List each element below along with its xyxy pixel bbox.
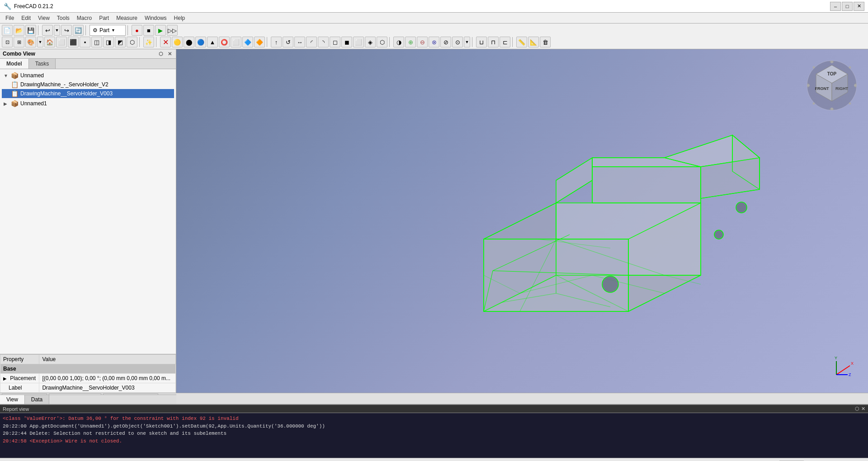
report-view-content[interactable]: <class 'ValueError'>: Datum 36,00 ° for …: [0, 413, 868, 458]
menu-measure[interactable]: Measure: [113, 14, 141, 22]
menu-windows[interactable]: Windows: [141, 14, 170, 22]
union-button[interactable]: ⊕: [405, 37, 416, 47]
fillet-button[interactable]: ◜: [306, 37, 317, 47]
model-tabs: Model Tasks: [0, 59, 176, 69]
report-line-2: 20:22:00 App.getDocument('Unnamed1').get…: [3, 423, 865, 430]
svg-marker-5: [556, 158, 592, 203]
combo-pin-button[interactable]: ⬡: [157, 51, 165, 57]
toolbar-separator-8: [472, 37, 474, 47]
draw-style-button[interactable]: 🎨: [25, 37, 36, 47]
sphere-button[interactable]: 🔵: [195, 37, 206, 47]
revolve-button[interactable]: ↺: [283, 37, 293, 47]
measure-angular-button[interactable]: 📐: [528, 37, 539, 47]
perspective-button[interactable]: ⬡: [127, 37, 137, 47]
fit-all-button[interactable]: ⊡: [2, 37, 13, 47]
measure-clear-button[interactable]: 🗑: [540, 37, 551, 47]
tree-view[interactable]: ▼ 📦 Unnamed 📋 DrawingMachine_-_ServoHold…: [0, 69, 176, 354]
minimize-button[interactable]: –: [830, 2, 841, 11]
report-float-button[interactable]: ⬡: [855, 406, 859, 412]
top-view-button[interactable]: ⬛: [68, 37, 79, 47]
intersect-button[interactable]: ⊗: [429, 37, 439, 47]
menu-view[interactable]: View: [34, 14, 53, 22]
tab-tasks[interactable]: Tasks: [29, 59, 56, 69]
projection-button[interactable]: ◈: [365, 37, 376, 47]
app-icon: 🔧: [4, 3, 11, 10]
menu-tools[interactable]: Tools: [53, 14, 73, 22]
svg-text:Y: Y: [835, 356, 837, 360]
right-view-button[interactable]: ▪: [80, 37, 90, 47]
offset2d-button[interactable]: ◼: [341, 37, 352, 47]
property-row-placement[interactable]: ▶ Placement [(0,00 0,00 1,00); 0,00 °; (…: [0, 374, 176, 383]
front-view-button[interactable]: ⬜: [56, 37, 67, 47]
draw-style-dropdown[interactable]: ▼: [37, 37, 43, 47]
property-col-header: Property: [0, 355, 39, 364]
cone-button[interactable]: ▲: [207, 37, 218, 47]
primitives-button[interactable]: 🔷: [242, 37, 253, 47]
chamfer-button[interactable]: ◝: [318, 37, 329, 47]
report-close-button[interactable]: ✕: [861, 406, 865, 412]
axes-indicator: X Y Z: [832, 352, 859, 379]
boolean-dropdown[interactable]: ▼: [464, 37, 470, 47]
execute-button[interactable]: ▶: [155, 25, 166, 36]
tree-item-servo-v003[interactable]: 📋 DrawingMachine__ServoHolder_V003: [2, 89, 174, 98]
statusbar: Valid, Internal name: DrawingMachine__Se…: [0, 458, 868, 461]
shape-builder-button[interactable]: 🔶: [254, 37, 265, 47]
property-placement-label: ▶ Placement: [0, 374, 39, 383]
boolean-button[interactable]: ◑: [393, 37, 404, 47]
compound-button[interactable]: ⊏: [500, 37, 510, 47]
close-button[interactable]: ✕: [854, 2, 864, 11]
tree-item-servo-v2[interactable]: 📋 DrawingMachine_-_ServoHolder_V2: [2, 80, 174, 89]
torus-button[interactable]: ⭕: [219, 37, 230, 47]
step-button[interactable]: ▷▷: [167, 25, 178, 36]
measure-linear-button[interactable]: 📏: [516, 37, 527, 47]
prop-tab-view[interactable]: View: [0, 395, 25, 404]
open-file-button[interactable]: 📂: [14, 25, 24, 36]
menu-help[interactable]: Help: [170, 14, 189, 22]
rear-view-button[interactable]: ◫: [91, 37, 102, 47]
refresh-button[interactable]: 🔄: [73, 25, 84, 36]
redo-button[interactable]: ↪: [61, 25, 72, 36]
property-row-label[interactable]: Label DrawingMachine__ServoHolder_V003: [0, 383, 176, 393]
navigation-cube[interactable]: TOP FRONT RIGHT: [805, 58, 859, 113]
mirror-button[interactable]: ↔: [294, 37, 305, 47]
save-file-button[interactable]: 💾: [25, 25, 36, 36]
offset-button[interactable]: ◻: [330, 37, 340, 47]
svg-point-58: [854, 84, 857, 87]
thickness-button[interactable]: ⬜: [353, 37, 364, 47]
menu-file[interactable]: File: [2, 14, 18, 22]
cylinder-button[interactable]: ⬤: [184, 37, 194, 47]
start-recording-button[interactable]: ●: [132, 25, 142, 36]
section-button[interactable]: ⊘: [440, 37, 451, 47]
join-button[interactable]: ⊔: [476, 37, 487, 47]
undo-button[interactable]: ↩: [42, 25, 53, 36]
left-view-button[interactable]: ◨: [103, 37, 114, 47]
menu-edit[interactable]: Edit: [18, 14, 34, 22]
fit-selection-button[interactable]: ⊞: [14, 37, 24, 47]
toolbar-separator-2: [85, 25, 88, 35]
tab-model[interactable]: Model: [0, 59, 29, 69]
undo-dropdown[interactable]: ▼: [54, 25, 60, 36]
stop-button[interactable]: ■: [143, 25, 154, 36]
menu-macro[interactable]: Macro: [73, 14, 95, 22]
magic-wand-button[interactable]: ✨: [143, 37, 154, 47]
home-view-button[interactable]: 🏠: [44, 37, 55, 47]
box-button[interactable]: 🟡: [172, 37, 183, 47]
new-file-button[interactable]: 📄: [2, 25, 13, 36]
close-active-button[interactable]: ✕: [160, 37, 171, 47]
prop-tab-data[interactable]: Data: [25, 395, 49, 404]
placement-expand-arrow[interactable]: ▶: [3, 376, 7, 381]
split-button[interactable]: ⊓: [488, 37, 499, 47]
menu-part[interactable]: Part: [95, 14, 113, 22]
extrude-button[interactable]: ↑: [271, 37, 282, 47]
tree-item-unnamed[interactable]: ▼ 📦 Unnamed: [2, 71, 174, 80]
maximize-button[interactable]: □: [842, 2, 853, 11]
3d-viewport[interactable]: TOP FRONT RIGHT: [176, 49, 868, 393]
tube-button[interactable]: ⬜: [231, 37, 241, 47]
loft-button[interactable]: ⬡: [377, 37, 387, 47]
boolean-fragments-button[interactable]: ⊙: [452, 37, 463, 47]
workbench-selector[interactable]: ⚙ Part ▼: [90, 25, 126, 36]
combo-close-button[interactable]: ✕: [166, 51, 173, 57]
cut-button[interactable]: ⊖: [417, 37, 428, 47]
bottom-view-button[interactable]: ◩: [115, 37, 126, 47]
tree-item-unnamed1[interactable]: ▶ 📦 Unnamed1: [2, 99, 174, 108]
